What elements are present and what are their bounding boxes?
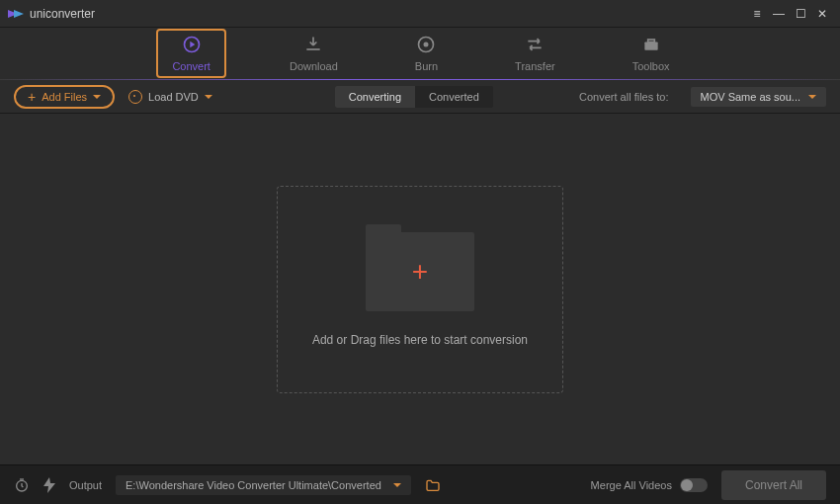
output-path-value: E:\Wondershare Video Converter Ultimate\… [126, 479, 381, 491]
tab-convert[interactable]: Convert [156, 29, 226, 78]
seg-converted[interactable]: Converted [415, 86, 493, 108]
app-logo: uniconverter [8, 7, 95, 21]
sub-toolbar: + Add Files Load DVD Converting Converte… [0, 80, 840, 114]
browse-folder-icon[interactable] [425, 478, 441, 492]
plus-icon: + [28, 90, 36, 104]
file-dropzone[interactable]: + Add or Drag files here to start conver… [277, 186, 563, 393]
svg-marker-10 [43, 477, 55, 493]
tab-label: Toolbox [632, 60, 670, 72]
chevron-down-icon [93, 95, 101, 99]
svg-rect-7 [644, 42, 657, 50]
download-icon [303, 35, 323, 56]
svg-point-6 [425, 42, 428, 45]
svg-marker-3 [190, 42, 195, 48]
output-label: Output [69, 479, 102, 491]
close-button[interactable]: ✕ [812, 6, 832, 22]
svg-marker-1 [14, 10, 24, 18]
app-name: uniconverter [30, 7, 95, 21]
folder-icon: + [366, 232, 474, 311]
app-logo-icon [8, 8, 24, 20]
add-files-label: Add Files [42, 91, 87, 103]
main-nav: Convert Download Burn Transfer Toolbox [0, 28, 840, 79]
tab-label: Transfer [515, 60, 555, 72]
load-dvd-button[interactable]: Load DVD [128, 90, 212, 104]
tab-label: Convert [172, 60, 210, 72]
toolbox-icon [641, 35, 661, 56]
title-bar: uniconverter ≡ — ☐ ✕ [0, 0, 840, 28]
merge-videos-wrap: Merge All Videos [591, 478, 708, 492]
seg-converting[interactable]: Converting [335, 86, 415, 108]
tab-download[interactable]: Download [276, 31, 352, 76]
add-files-button[interactable]: + Add Files [14, 85, 115, 109]
svg-rect-8 [647, 40, 654, 42]
main-area: + Add or Drag files here to start conver… [0, 114, 840, 464]
output-format-select[interactable]: MOV Same as sou... [691, 87, 826, 107]
merge-label: Merge All Videos [591, 479, 672, 491]
convert-all-label: Convert all files to: [579, 91, 668, 103]
tab-transfer[interactable]: Transfer [501, 31, 569, 76]
maximize-button[interactable]: ☐ [791, 6, 810, 22]
tab-label: Download [290, 60, 338, 72]
dropzone-text: Add or Drag files here to start conversi… [312, 333, 528, 347]
convert-icon [182, 35, 202, 56]
tab-toolbox[interactable]: Toolbox [619, 31, 684, 76]
tab-burn[interactable]: Burn [401, 31, 452, 76]
schedule-icon[interactable] [14, 477, 30, 493]
disc-icon [128, 90, 142, 104]
svg-rect-4 [307, 48, 320, 50]
merge-toggle[interactable] [680, 478, 708, 492]
chevron-down-icon [205, 95, 212, 99]
load-dvd-label: Load DVD [148, 91, 199, 103]
status-segmented: Converting Converted [335, 86, 493, 108]
burn-icon [416, 35, 436, 56]
plus-icon: + [412, 256, 428, 288]
transfer-icon [525, 35, 545, 56]
output-path-select[interactable]: E:\Wondershare Video Converter Ultimate\… [116, 475, 411, 495]
bottom-bar: Output E:\Wondershare Video Converter Ul… [0, 464, 840, 504]
convert-all-button[interactable]: Convert All [721, 470, 826, 500]
format-value: MOV Same as sou... [701, 91, 800, 103]
tab-label: Burn [415, 60, 438, 72]
window-controls: ≡ — ☐ ✕ [747, 6, 832, 22]
chevron-down-icon [393, 483, 401, 487]
gpu-accel-icon[interactable] [43, 477, 55, 493]
menu-icon[interactable]: ≡ [747, 6, 767, 22]
minimize-button[interactable]: — [769, 6, 789, 22]
chevron-down-icon [808, 95, 816, 99]
